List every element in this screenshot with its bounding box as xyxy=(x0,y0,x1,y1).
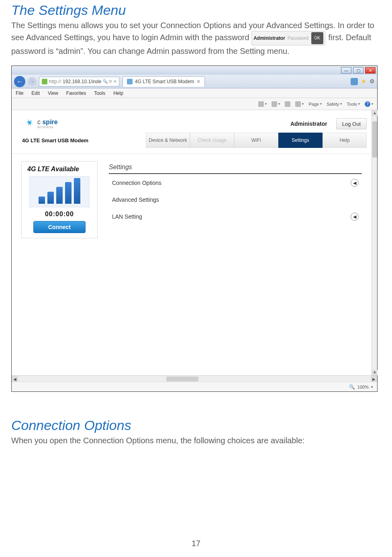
browser-address-row: ← → http:// 192.168.10.1/inde 🔍 ⟳ ✕ 4G L… xyxy=(12,75,377,88)
tab-wifi[interactable]: WiFi xyxy=(234,133,278,148)
browser-tab[interactable]: 4G LTE Smart USB Modem ✕ xyxy=(122,76,205,87)
cmd-help[interactable]: ?▾ xyxy=(365,101,373,107)
window-minimize-button[interactable]: — xyxy=(341,67,351,74)
brand-text: c spire wireless xyxy=(37,119,58,129)
menu-edit[interactable]: Edit xyxy=(31,90,40,96)
content-row: 4G LTE Available 00:00:00 Connect Settin… xyxy=(12,154,377,238)
favicon-icon xyxy=(42,79,47,84)
home-small-icon xyxy=(258,101,264,107)
heading-connection-options: Connection Options xyxy=(11,418,381,433)
settings-intro-paragraph: The Settings menu allows you to set your… xyxy=(11,20,381,57)
home-icon[interactable] xyxy=(351,78,358,85)
menu-view[interactable]: View xyxy=(48,90,58,96)
login-chip-ok-button[interactable]: OK xyxy=(311,32,323,44)
settings-item-advanced-settings[interactable]: Advanced Settings xyxy=(109,192,362,208)
zoom-level[interactable]: 100% xyxy=(357,385,369,389)
login-chip-label: Administrator xyxy=(253,33,285,44)
help-icon: ? xyxy=(365,101,370,107)
hscroll-thumb[interactable] xyxy=(166,377,198,381)
logout-button[interactable]: Log Out xyxy=(336,118,367,129)
horizontal-scrollbar[interactable]: ◀ ▶ xyxy=(12,375,377,382)
status-title: 4G LTE Available xyxy=(26,166,79,173)
app-header: c spire wireless Administrator Log Out xyxy=(12,110,377,133)
scroll-right-icon[interactable]: ▶ xyxy=(371,376,377,382)
cspire-logo-icon xyxy=(22,118,33,129)
tab-title: 4G LTE Smart USB Modem xyxy=(135,79,194,84)
admin-label: Administrator xyxy=(290,121,327,127)
cmd-print[interactable]: ▾ xyxy=(295,101,304,107)
menu-favorites[interactable]: Favorites xyxy=(66,90,86,96)
expand-icon[interactable]: ◀ xyxy=(351,179,359,187)
tab-settings[interactable]: Settings xyxy=(278,133,323,148)
tab-favicon-icon xyxy=(127,79,133,84)
address-action-icons[interactable]: 🔍 ⟳ ✕ xyxy=(103,79,116,84)
window-maximize-button[interactable]: ▢ xyxy=(353,67,363,74)
settings-item-label: LAN Setting xyxy=(112,213,142,220)
scroll-thumb[interactable] xyxy=(372,121,377,158)
cmd-tools[interactable]: Tools ▾ xyxy=(347,102,360,106)
cmd-mail[interactable] xyxy=(285,101,290,107)
settings-item-lan-setting[interactable]: LAN Setting ◀ xyxy=(109,208,362,225)
menu-tools[interactable]: Tools xyxy=(94,90,105,96)
window-titlebar: — ▢ ✕ xyxy=(12,66,377,75)
mail-icon xyxy=(285,101,290,107)
heading-settings-menu: The Settings Menu xyxy=(11,2,381,18)
brand-sub: wireless xyxy=(37,125,58,129)
browser-status-bar: 🔍 100% ▾ xyxy=(12,382,377,391)
url-prefix: http:// xyxy=(49,79,61,84)
browser-menu-bar: File Edit View Favorites Tools Help xyxy=(12,88,377,98)
brand-c: c xyxy=(37,119,42,125)
address-bar[interactable]: http:// 192.168.10.1/inde 🔍 ⟳ ✕ xyxy=(39,77,119,86)
scroll-up-icon[interactable]: ▲ xyxy=(372,110,378,116)
feeds-icon xyxy=(272,101,277,107)
nav-row: 4G LTE Smart USB Modem Device & Network … xyxy=(12,133,377,150)
settings-item-label: Advanced Settings xyxy=(112,197,159,203)
zoom-icon[interactable]: 🔍 xyxy=(349,384,355,390)
page-number: 17 xyxy=(0,539,392,548)
login-chip-placeholder: Password xyxy=(288,33,309,44)
toolbar-right-icons: ★ ⚙ xyxy=(351,78,375,85)
zoom-dropdown-icon[interactable]: ▾ xyxy=(371,385,373,389)
tab-check-usage[interactable]: Check Usage xyxy=(190,133,234,148)
tab-help[interactable]: Help xyxy=(323,133,367,148)
favorites-icon[interactable]: ★ xyxy=(361,78,366,85)
cmd-home[interactable]: ▾ xyxy=(258,101,267,107)
connection-timer: 00:00:00 xyxy=(45,211,74,218)
brand-spire: spire xyxy=(42,119,57,125)
signal-strength-icon xyxy=(29,176,90,207)
cmd-feeds[interactable]: ▾ xyxy=(272,101,280,107)
browser-window: — ▢ ✕ ← → http:// 192.168.10.1/inde 🔍 ⟳ … xyxy=(11,66,378,392)
tab-close-icon[interactable]: ✕ xyxy=(196,79,200,84)
browser-command-bar: ▾ ▾ ▾ Page ▾ Safety ▾ Tools ▾ ?▾ xyxy=(12,98,377,110)
menu-help[interactable]: Help xyxy=(113,90,123,96)
settings-heading: Settings xyxy=(109,161,362,173)
tab-device-network[interactable]: Device & Network xyxy=(146,133,190,148)
vertical-scrollbar[interactable]: ▲ ▼ xyxy=(372,110,377,375)
product-name: 4G LTE Smart USB Modem xyxy=(22,137,88,143)
settings-section: Settings Connection Options ◀ Advanced S… xyxy=(109,161,368,238)
settings-item-label: Connection Options xyxy=(112,180,161,186)
scroll-left-icon[interactable]: ◀ xyxy=(12,376,18,382)
connect-button[interactable]: Connect xyxy=(33,221,86,233)
login-chip: Administrator Password OK xyxy=(251,31,325,45)
tools-gear-icon[interactable]: ⚙ xyxy=(370,78,375,85)
connection-options-paragraph: When you open the Connection Options men… xyxy=(11,435,381,446)
scroll-down-icon[interactable]: ▼ xyxy=(372,370,378,375)
nav-back-button[interactable]: ← xyxy=(14,76,25,87)
status-panel: 4G LTE Available 00:00:00 Connect xyxy=(21,161,98,238)
expand-icon[interactable]: ◀ xyxy=(351,213,359,221)
header-right: Administrator Log Out xyxy=(290,118,367,129)
settings-item-connection-options[interactable]: Connection Options ◀ xyxy=(109,174,362,192)
settings-list: Connection Options ◀ Advanced Settings L… xyxy=(109,173,362,225)
print-icon xyxy=(295,101,301,107)
nav-forward-button[interactable]: → xyxy=(28,77,37,86)
main-nav-tabs: Device & Network Check Usage WiFi Settin… xyxy=(146,133,367,148)
cmd-page[interactable]: Page ▾ xyxy=(308,102,322,106)
menu-file[interactable]: File xyxy=(16,90,23,96)
url-text: 192.168.10.1/inde xyxy=(63,79,101,84)
cmd-safety[interactable]: Safety ▾ xyxy=(327,102,342,106)
window-close-button[interactable]: ✕ xyxy=(365,67,376,74)
page-content: ▲ ▼ c spire wireless Administrator Log O… xyxy=(12,110,377,375)
tab-strip: 4G LTE Smart USB Modem ✕ xyxy=(122,76,205,87)
